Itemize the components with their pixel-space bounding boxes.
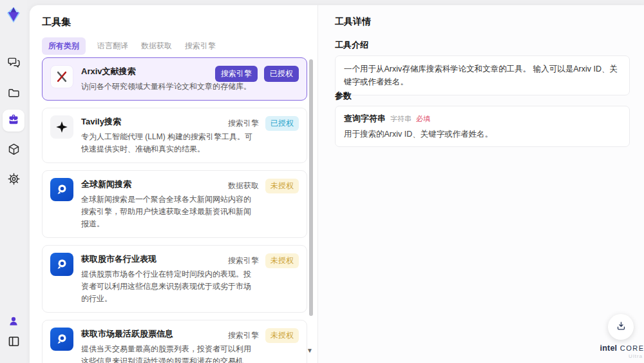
toolbox-icon — [6, 112, 21, 129]
sidebar-item-profile[interactable] — [0, 315, 27, 327]
download-icon — [616, 320, 627, 334]
ultra-wordmark: Ultra — [596, 354, 644, 360]
sidebar-item-chat[interactable] — [0, 55, 27, 69]
tool-list-pane: 工具集 所有类别语言翻译数据获取搜索引擎 Arxiv文献搜索 访问各个研究领域大… — [30, 5, 317, 363]
tool-badges: 搜索引擎 已授权 — [215, 66, 299, 82]
core-wordmark: CORE — [620, 344, 644, 352]
tool-category-badge: 数据获取 — [228, 181, 259, 191]
tool-badges: 搜索引擎 未授权 — [228, 328, 299, 343]
intro-text: 一个用于从Arxiv存储库搜索科学论文和文章的工具。 输入可以是Arxiv ID… — [344, 63, 621, 88]
left-rail — [0, 0, 27, 363]
param-desc: 用于搜索的Arxiv ID、关键字或作者姓名。 — [344, 129, 621, 140]
scrollbar-thumb[interactable] — [309, 59, 313, 316]
tool-auth-badge: 未授权 — [265, 328, 299, 343]
download-button[interactable] — [608, 314, 634, 340]
sidebar-item-packages[interactable] — [0, 142, 27, 156]
chat-icon — [7, 55, 21, 69]
sidebar-item-panel-toggle[interactable] — [0, 335, 27, 348]
tool-auth-badge: 未授权 — [265, 253, 299, 268]
active-stocks-logo-icon — [50, 328, 73, 351]
tavily-star-icon — [50, 115, 73, 139]
tool-category-badge: 搜索引擎 — [228, 330, 259, 341]
main-panel: 工具集 所有类别语言翻译数据获取搜索引擎 Arxiv文献搜索 访问各个研究领域大… — [30, 5, 644, 363]
tool-detail-pane: 工具详情 工具介绍 一个用于从Arxiv存储库搜索科学论文和文章的工具。 输入可… — [318, 5, 644, 363]
tool-auth-badge: 未授权 — [265, 179, 299, 193]
layout-panel-icon — [7, 335, 21, 348]
param-type: 字符串 — [390, 114, 412, 124]
arxiv-logo-icon — [50, 65, 73, 88]
tool-badges: 搜索引擎 未授权 — [228, 253, 299, 268]
scroll-down-arrow[interactable]: ▼ — [307, 347, 313, 354]
intro-heading: 工具介绍 — [335, 39, 368, 51]
tool-card[interactable]: Tavily搜索 专为人工智能代理 (LLM) 构建的搜索引擎工具。可快速提供实… — [42, 108, 307, 163]
tool-description: 提供股票市场各个行业在特定时间段内的表现。投资者可以利用这些信息来识别表现优于或… — [81, 268, 255, 305]
tab-搜索引擎[interactable]: 搜索引擎 — [184, 37, 217, 55]
tab-语言翻译[interactable]: 语言翻译 — [96, 37, 129, 55]
cube-icon — [7, 142, 21, 156]
intel-wordmark: intel — [600, 344, 618, 353]
user-icon — [8, 315, 19, 327]
folder-icon — [7, 86, 21, 100]
param-required-badge: 必填 — [416, 114, 430, 124]
tool-category-badge: 搜索引擎 — [228, 118, 259, 129]
param-box: 查询字符串 字符串 必填 用于搜索的Arxiv ID、关键字或作者姓名。 — [335, 106, 630, 147]
tool-list: Arxiv文献搜索 访问各个研究领域大量科学论文和文章的存储库。 搜索引擎 已授… — [42, 57, 307, 363]
tool-auth-badge: 已授权 — [265, 116, 299, 131]
tab-数据获取[interactable]: 数据获取 — [140, 37, 173, 55]
tool-category-badge: 搜索引擎 — [215, 66, 258, 82]
tool-description: 专为人工智能代理 (LLM) 构建的搜索引擎工具。可快速提供实时、准确和真实的结… — [81, 131, 255, 155]
tab-所有类别[interactable]: 所有类别 — [42, 37, 86, 55]
tool-badges: 搜索引擎 已授权 — [228, 116, 299, 131]
tool-badges: 数据获取 未授权 — [228, 179, 299, 193]
sidebar-item-files[interactable] — [0, 86, 27, 100]
tool-category-badge: 搜索引擎 — [228, 255, 259, 266]
tool-card[interactable]: 获取股市各行业表现 提供股票市场各个行业在特定时间段内的表现。投资者可以利用这些… — [42, 245, 307, 313]
sidebar-item-settings[interactable] — [0, 172, 27, 186]
category-tabs: 所有类别语言翻译数据获取搜索引擎 — [42, 37, 217, 55]
params-heading: 参数 — [335, 90, 352, 102]
stock-sector-logo-icon — [50, 253, 73, 276]
tool-description: 提供当天交易量最高的股票列表，投资者可以利用这些信息来识别流动性强的股票和潜在的… — [81, 343, 255, 363]
global-news-search-logo-icon — [50, 178, 73, 201]
logo-gem-icon — [5, 6, 23, 24]
intro-box: 一个用于从Arxiv存储库搜索科学论文和文章的工具。 输入可以是Arxiv ID… — [335, 55, 630, 95]
sidebar-item-toolbox[interactable] — [3, 110, 24, 132]
tool-card[interactable]: Arxiv文献搜索 访问各个研究领域大量科学论文和文章的存储库。 搜索引擎 已授… — [42, 57, 307, 101]
intel-core-logo: intel CORE Ultra — [596, 342, 644, 360]
tool-description: 访问各个研究领域大量科学论文和文章的存储库。 — [81, 81, 255, 93]
tool-description: 全球新闻搜索是一个聚合全球各大新闻网站内容的搜索引擎，帮助用户快速获取全球最新资… — [81, 193, 255, 230]
param-name: 查询字符串 — [344, 113, 386, 124]
tool-auth-badge: 已授权 — [264, 66, 299, 82]
scrollbar[interactable] — [309, 57, 313, 363]
page-title: 工具集 — [42, 16, 71, 28]
app-logo — [0, 6, 27, 24]
detail-title: 工具详情 — [335, 16, 371, 28]
gear-icon — [7, 172, 21, 186]
tool-card[interactable]: 获取市场最活跃股票信息 提供当天交易量最高的股票列表，投资者可以利用这些信息来识… — [42, 320, 307, 363]
tool-card[interactable]: 全球新闻搜索 全球新闻搜索是一个聚合全球各大新闻网站内容的搜索引擎，帮助用户快速… — [42, 170, 307, 238]
